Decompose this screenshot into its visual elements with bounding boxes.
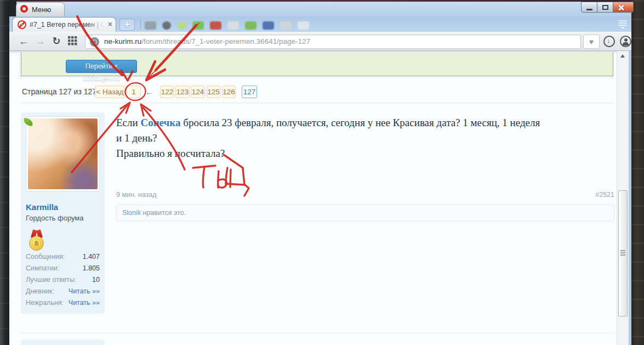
pagination-gap-arrow: ← (145, 87, 153, 97)
scrollbar-thumb[interactable] (618, 190, 628, 316)
stat-row: Симпатии: 1.805 (26, 264, 100, 276)
pagination-page-1-button[interactable]: 1 (127, 86, 141, 98)
url-host: ne-kurim.ru (104, 37, 141, 46)
bookmark-heart-icon[interactable]: ♥ (583, 35, 600, 49)
close-button[interactable] (613, 2, 634, 13)
window-controls (581, 2, 634, 13)
extension-icon[interactable] (177, 21, 186, 30)
reload-button[interactable]: ↻ (50, 35, 62, 48)
tab-title: #7_1 Ветер перемен | Стр (30, 21, 104, 29)
mentioned-user-link[interactable]: Сонечка (140, 117, 180, 128)
maximize-button[interactable] (597, 2, 613, 13)
avatar-image (28, 118, 98, 189)
pagination-page-button[interactable]: 123 (175, 86, 190, 98)
minimize-icon (586, 9, 592, 10)
address-bar[interactable]: ne-kurim.ru/forum/threads/7_1-veter-pere… (85, 35, 581, 49)
author-rank: Гордость форума (26, 214, 84, 222)
desktop-strip-left (0, 0, 9, 345)
stat-row: Нежральня: Читать »» (26, 299, 100, 310)
jump-to-message-button[interactable]: Перейти к сообщению (66, 60, 137, 73)
toolbar-separator (140, 20, 141, 29)
url-text: ne-kurim.ru/forum/threads/7_1-veter-pere… (104, 35, 310, 48)
screen: Меню #7_1 Ветер перемен | Стр × + ← → ↻ (0, 0, 644, 345)
minimize-button[interactable] (581, 2, 597, 13)
post-number-link[interactable]: #2521 (559, 191, 614, 199)
opera-menu-button[interactable]: Меню (16, 2, 65, 17)
stat-row: Лучшие ответы: 10 (26, 276, 100, 287)
desktop-strip-right (631, 0, 644, 345)
read-link[interactable]: Читать »» (69, 299, 100, 307)
back-button[interactable]: ← (18, 35, 30, 48)
extension-icon[interactable] (162, 21, 171, 30)
menu-button-label: Меню (32, 5, 51, 14)
site-badge-icon[interactable] (90, 37, 99, 47)
new-tab-button[interactable]: + (119, 19, 135, 31)
opera-logo-icon (20, 5, 28, 13)
up-arrow-icon (620, 54, 625, 58)
extension-icon[interactable] (280, 21, 292, 30)
post-message: Если Сонечка бросила 23 февраля, получае… (116, 115, 615, 161)
tab-close-icon[interactable]: × (108, 20, 112, 29)
next-post-card-edge (21, 340, 105, 345)
titlebar (9, 2, 631, 16)
maximize-icon (602, 5, 608, 10)
url-path: /forum/threads/7_1-veter-peremen.36641/p… (141, 37, 310, 46)
pagination-page-button[interactable]: 122 (160, 86, 174, 98)
pagination-page-button[interactable]: 125 (207, 86, 220, 98)
extension-icons-row (145, 21, 309, 30)
avatar[interactable] (26, 116, 100, 191)
pagination-current-page[interactable]: 127 (242, 86, 257, 98)
no-smoking-favicon-icon (18, 20, 26, 29)
downloads-icon[interactable]: ↓ (603, 36, 615, 47)
speed-dial-icon[interactable] (68, 36, 77, 48)
likes-bar: Slonik нравится это. (116, 205, 614, 221)
scrollbar-up-button[interactable] (617, 52, 629, 60)
extension-icon[interactable] (210, 21, 221, 30)
read-diary-link[interactable]: Читать »» (69, 287, 100, 295)
medal-award-icon (28, 230, 45, 252)
window-right-frame (629, 51, 631, 345)
post-timestamp-link[interactable]: 9 мин. назад (116, 191, 157, 199)
pagination-page-button[interactable]: 124 (191, 86, 205, 98)
extension-icon[interactable] (227, 21, 239, 30)
pagination-back-button[interactable]: < Назад (95, 86, 125, 98)
stat-row: Дневник: Читать »» (26, 287, 100, 299)
tab-active[interactable]: #7_1 Ветер перемен | Стр × (12, 17, 116, 32)
divider (21, 103, 614, 103)
liker-user-link[interactable]: Slonik (122, 209, 141, 217)
stat-row: Сообщения: 1.407 (26, 253, 100, 264)
pagination-page-button[interactable]: 126 (222, 86, 236, 98)
forward-button[interactable]: → (34, 35, 46, 48)
extension-icon[interactable] (145, 21, 156, 30)
account-icon[interactable] (620, 36, 631, 47)
extension-icon[interactable] (245, 21, 257, 30)
extension-icon[interactable] (298, 21, 309, 30)
tab-menu-icon[interactable] (618, 20, 627, 29)
page-counter-label: Страница 127 из 127 (22, 87, 96, 96)
author-name-link[interactable]: Karmilla (26, 202, 58, 212)
extension-icon[interactable] (263, 21, 274, 30)
extension-icon[interactable] (192, 21, 204, 30)
divider (21, 333, 614, 333)
